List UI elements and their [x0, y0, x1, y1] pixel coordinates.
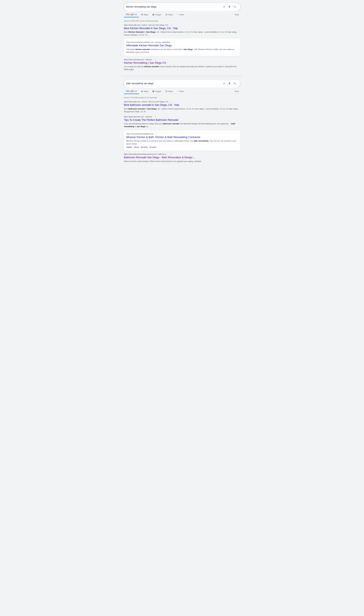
- result-desc-2: Affordable kitchen remodel contractors c…: [126, 48, 238, 54]
- result-link-about[interactable]: About: [134, 146, 139, 148]
- result-desc-s1: Best bathroom remodel in San Diego, CA ·…: [124, 108, 240, 113]
- nav-images-label-2: Images: [155, 90, 161, 92]
- search-input-1[interactable]: [126, 6, 221, 8]
- result-url-2: https://miramarkitchenandbath.com › serv…: [126, 41, 238, 44]
- result-url-text-s2: https://www.marrokal.com › Services: [124, 116, 152, 118]
- result-more-btn-s3[interactable]: ⋮: [155, 133, 158, 135]
- result-url-text-s3: https://miramarkitchenandbath.com: [126, 133, 154, 135]
- result-title-1[interactable]: Best Kitchen Remodel in San Diego, CA - …: [124, 27, 240, 30]
- result-title-2[interactable]: Affordable Kitchen Remodel San Diego: [126, 44, 238, 47]
- more-dots-icon-1: [177, 14, 179, 16]
- result-more-btn-s1[interactable]: ⋮: [170, 100, 173, 103]
- result-desc-3: Let us help you with the kitchen remodel…: [124, 65, 240, 71]
- google-g-icon-1: Google: [126, 13, 134, 16]
- result-url-text-1: https://www.yelp.com › search › find_loc…: [124, 24, 168, 26]
- images-icon-2: [152, 90, 154, 92]
- result-item-s1: https://www.yelp.com › search › find_loc…: [124, 100, 240, 113]
- nav-images-label-1: Images: [155, 14, 161, 16]
- result-item-1: https://www.yelp.com › search › find_loc…: [124, 24, 240, 36]
- results-count-2: About 4,740,000 results (0.74 seconds): [124, 95, 240, 100]
- news-icon-2: [165, 90, 168, 92]
- result-more-btn-s4[interactable]: ⋮: [169, 153, 172, 155]
- mic-button-1[interactable]: [227, 5, 232, 9]
- nav-all-2[interactable]: Google All: [124, 89, 139, 94]
- result-more-btn-2[interactable]: ⋮: [173, 41, 176, 44]
- result-desc-s2: If you are wondering where to begin with…: [124, 122, 240, 128]
- dot-2: ·: [140, 146, 140, 148]
- nav-maps-2[interactable]: Maps: [139, 89, 150, 94]
- nav-more-2[interactable]: More: [175, 89, 186, 94]
- result-link-process[interactable]: Process: [150, 146, 156, 148]
- result-url-text-s1: https://www.yelp.com › search › find_loc…: [124, 101, 168, 103]
- result-more-btn-s2[interactable]: ⋮: [154, 115, 156, 118]
- results-area-2: About 4,740,000 results (0.74 seconds) h…: [122, 94, 242, 167]
- nav-news-2[interactable]: News: [163, 89, 175, 94]
- result-url-1: https://www.yelp.com › search › find_loc…: [124, 24, 240, 26]
- nav-tools-2[interactable]: Tools: [234, 90, 240, 92]
- nav-maps-label-1: Maps: [144, 14, 148, 16]
- results-count-1: About 16,900,000 results (0.68 seconds): [124, 19, 240, 24]
- result-url-text-3: https://www.marrokal.com › Services: [124, 59, 152, 61]
- result-desc-s3: Miramar Kitchen & Bath is a contractor t…: [126, 139, 238, 145]
- search-button-2[interactable]: [232, 81, 238, 86]
- result-item-s4: https://www.edisonhomeimprovement.com › …: [124, 153, 240, 163]
- result-item-s3: https://miramarkitchenandbath.com ⋮ Mira…: [124, 130, 240, 151]
- search-block-2: Google All Maps Images News More Tools: [122, 77, 242, 94]
- search-button-1[interactable]: [232, 5, 238, 9]
- nav-news-label-2: News: [168, 90, 173, 92]
- google-g-icon-2: Google: [126, 90, 134, 92]
- nav-news-1[interactable]: News: [163, 12, 175, 17]
- clear-button-1[interactable]: [221, 5, 227, 9]
- maps-icon-1: [141, 14, 143, 16]
- result-title-3[interactable]: Kitchen Remodeling | San Diego CA: [124, 61, 240, 65]
- result-url-3: https://www.marrokal.com › Services ⋮: [124, 58, 240, 61]
- dot-1: ·: [133, 146, 133, 148]
- result-title-s4[interactable]: Bathroom Remodel San Diego - Bath Renova…: [124, 156, 240, 159]
- section-divider: [122, 76, 242, 77]
- results-area-1: About 16,900,000 results (0.68 seconds) …: [122, 17, 242, 76]
- result-item-s2: https://www.marrokal.com › Services ⋮ Ti…: [124, 115, 240, 128]
- result-link-gallery[interactable]: Gallery: [126, 146, 132, 148]
- nav-all-1[interactable]: Google All: [124, 12, 139, 17]
- nav-more-1[interactable]: More: [175, 12, 186, 17]
- nav-bar-1: Google All Maps Images News More Tools: [124, 11, 240, 17]
- result-url-text-s4: https://www.edisonhomeimprovement.com › …: [124, 153, 168, 155]
- result-link-services[interactable]: Services: [141, 146, 148, 148]
- clear-button-2[interactable]: [221, 82, 227, 86]
- nav-tools-1[interactable]: Tools: [234, 14, 240, 16]
- nav-more-label-2: More: [180, 90, 184, 92]
- nav-images-2[interactable]: Images: [150, 89, 163, 94]
- nav-images-1[interactable]: Images: [150, 12, 163, 17]
- nav-maps-1[interactable]: Maps: [139, 12, 150, 17]
- nav-more-label-1: More: [180, 14, 184, 16]
- search-block-1: Google All Maps Images News More Tools: [122, 0, 242, 17]
- nav-all-label-1: All: [135, 14, 137, 16]
- result-item-2: https://miramarkitchenandbath.com › serv…: [124, 39, 240, 56]
- result-desc-1: Best Kitchen Remodel in San Diego, CA · …: [124, 31, 240, 36]
- dot-3: ·: [148, 146, 149, 148]
- result-url-text-2: https://miramarkitchenandbath.com › serv…: [126, 41, 171, 43]
- nav-maps-label-2: Maps: [144, 90, 148, 92]
- result-more-btn-1[interactable]: ⋮: [170, 24, 173, 26]
- result-more-btn-3[interactable]: ⋮: [154, 58, 156, 61]
- more-dots-icon-2: [177, 90, 179, 92]
- images-icon-1: [152, 14, 154, 16]
- nav-all-label-2: All: [135, 90, 137, 92]
- search-input-2[interactable]: [126, 82, 221, 85]
- result-title-s1[interactable]: Best bathroom remodel in San Diego, CA -…: [124, 103, 240, 107]
- search-bar-1[interactable]: [124, 3, 240, 11]
- result-title-s3[interactable]: Miramar Kitchen & Bath: Kitchen & Bath R…: [126, 136, 238, 139]
- result-item-3: https://www.marrokal.com › Services ⋮ Ki…: [124, 58, 240, 71]
- maps-icon-2: [141, 90, 143, 92]
- mic-button-2[interactable]: [227, 81, 232, 86]
- result-url-s3: https://miramarkitchenandbath.com ⋮: [126, 133, 238, 135]
- result-links-s3: Gallery · About · Services · Process: [126, 146, 238, 148]
- result-url-s2: https://www.marrokal.com › Services ⋮: [124, 115, 240, 118]
- news-icon-1: [165, 14, 168, 16]
- result-url-s4: https://www.edisonhomeimprovement.com › …: [124, 153, 240, 155]
- result-title-s2[interactable]: Tips To Create The Perfect Bathroom Remo…: [124, 118, 240, 122]
- nav-bar-2: Google All Maps Images News More Tools: [124, 87, 240, 94]
- result-url-s1: https://www.yelp.com › search › find_loc…: [124, 100, 240, 103]
- search-bar-2[interactable]: [124, 80, 240, 87]
- nav-news-label-1: News: [168, 14, 173, 16]
